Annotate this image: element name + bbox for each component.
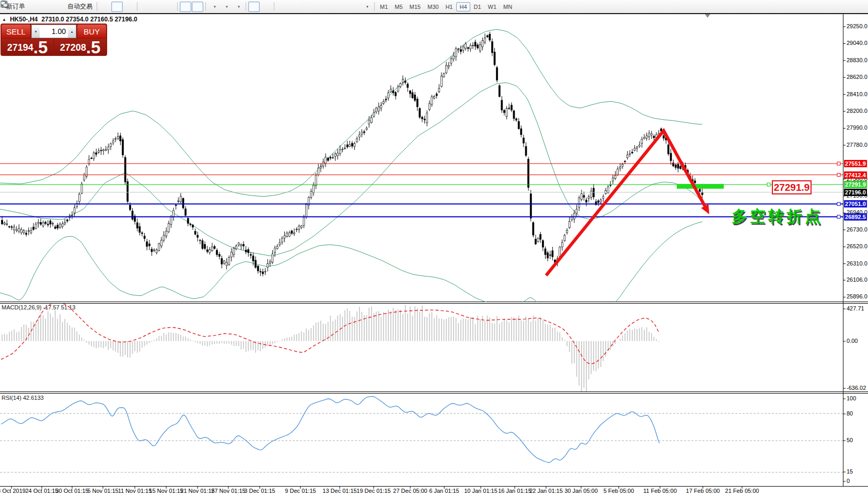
collapse-panel-icon[interactable]: ▲ xyxy=(2,17,6,22)
signal-icon[interactable] xyxy=(52,2,63,12)
price-axis-label: 26730.0 xyxy=(847,226,867,233)
candlestick-mode-icon[interactable] xyxy=(111,2,123,12)
timeframe-h4[interactable]: H4 xyxy=(456,2,470,11)
price-axis-label: 26106.0 xyxy=(847,276,867,283)
arrows-icon[interactable]: ▼ xyxy=(361,2,372,12)
equidistant-channel-icon[interactable]: E xyxy=(313,2,324,12)
auto-scroll-icon[interactable] xyxy=(180,2,191,12)
trendline-icon[interactable] xyxy=(300,2,312,12)
macd-indicator-label: MACD(12,26,9) -17.57 51.13 xyxy=(2,304,75,310)
chat-icon[interactable] xyxy=(854,2,865,12)
time-axis-label: 11 Nov 01:15 xyxy=(118,488,152,494)
timeframe-m30[interactable]: M30 xyxy=(424,2,442,11)
volume-increase-button[interactable]: ▲ xyxy=(68,25,76,38)
price-axis-label: 26520.0 xyxy=(847,243,867,249)
time-axis-label: 5 Feb 05:00 xyxy=(604,488,634,494)
mql-community-icon[interactable] xyxy=(40,2,51,12)
price-level-tag: 27051.0 xyxy=(844,200,867,207)
indicators-icon[interactable]: ▼ xyxy=(232,2,244,12)
rsi-axis-label: 0 xyxy=(847,478,850,484)
price-axis-label: 27990.0 xyxy=(847,124,867,131)
time-axis-label: 17 Feb 05:00 xyxy=(686,488,720,494)
time-axis-label: 19 Dec 01:15 xyxy=(356,488,390,494)
rsi-axis-label: 15 xyxy=(847,468,853,475)
price-axis-label: 25896.0 xyxy=(847,293,867,299)
price-level-tag: 27196.0 xyxy=(844,189,867,196)
horizontal-line-icon[interactable] xyxy=(288,2,300,12)
toolbar-separator xyxy=(177,2,178,11)
price-axis-label: 28620.0 xyxy=(847,74,867,80)
price-axis-label: 28410.0 xyxy=(847,91,867,97)
time-axis-label: 21 Nov 01:15 xyxy=(180,488,214,494)
time-axis-label: 30 Jan 05:00 xyxy=(564,488,598,494)
buy-price[interactable]: 27208.5 xyxy=(54,39,106,55)
timeframe-h1[interactable]: H1 xyxy=(442,2,456,11)
dropdown-arrow-icon[interactable]: ▼ xyxy=(225,5,228,8)
toolbar-separator xyxy=(137,2,137,11)
price-axis-label: 28200.0 xyxy=(847,108,867,114)
time-axis-label: 21 Feb 05:00 xyxy=(725,488,759,494)
bar-chart-mode-icon[interactable] xyxy=(99,2,111,12)
toolbar-separator xyxy=(274,2,274,11)
dropdown-arrow-icon[interactable]: ▼ xyxy=(213,5,216,8)
one-click-trading-panel: SELL ▼ 1.00 ▲ BUY 27194.5 27208.5 xyxy=(1,24,107,56)
text-label-icon[interactable]: T xyxy=(349,2,360,12)
timeframe-m15[interactable]: M15 xyxy=(407,2,424,11)
buy-button[interactable]: BUY xyxy=(77,25,106,38)
price-axis-label: 28830.0 xyxy=(847,57,867,63)
auto-trading-button[interactable]: 自动交易 xyxy=(64,2,95,12)
chart-title-symbol: HK50-,H4 xyxy=(10,16,38,23)
rsi-indicator-label: RSI(14) 42.6133 xyxy=(2,395,44,401)
macd-axis-label: 0.00 xyxy=(847,338,858,344)
price-axis-label: 27780.0 xyxy=(847,142,867,148)
crosshair-icon[interactable] xyxy=(260,2,272,12)
timeframe-m1[interactable]: M1 xyxy=(377,2,391,11)
sell-button[interactable]: SELL xyxy=(2,25,30,38)
zoom-in-icon[interactable] xyxy=(140,2,151,12)
time-axis-label: 6 Jan 01:15 xyxy=(429,488,459,494)
time-axis-label: 9 Dec 01:15 xyxy=(285,488,316,494)
price-axis-label: 29040.0 xyxy=(847,40,867,46)
rsi-axis-label: 50 xyxy=(847,437,853,443)
tile-windows-icon[interactable] xyxy=(164,2,175,12)
timeframe-w1[interactable]: W1 xyxy=(485,2,500,11)
line-chart-mode-icon[interactable] xyxy=(123,2,135,12)
price-axis-label: 26310.0 xyxy=(847,260,867,267)
cursor-icon[interactable] xyxy=(248,2,260,12)
timeframe-mn[interactable]: MN xyxy=(500,2,515,11)
templates-icon[interactable]: ▼ xyxy=(208,2,219,12)
time-axis-label: 16 Jan 01:15 xyxy=(498,488,531,494)
toolbar-separator xyxy=(97,2,97,11)
price-level-tag: 27412.4 xyxy=(844,171,867,179)
chart-shift-icon[interactable] xyxy=(192,2,203,12)
sell-price[interactable]: 27194.5 xyxy=(2,39,53,55)
price-level-tag: 27291.9 xyxy=(844,181,867,188)
price-level-tag: 27551.9 xyxy=(844,160,867,167)
macd-axis-label: -636.02 xyxy=(847,385,866,391)
price-callout-box: 27291.9 xyxy=(772,180,812,194)
timeframe-d1[interactable]: D1 xyxy=(471,2,484,11)
zoom-out-icon[interactable] xyxy=(152,2,163,12)
volume-stepper: ▼ 1.00 ▲ xyxy=(31,25,76,38)
volume-decrease-button[interactable]: ▼ xyxy=(32,25,40,38)
gold-icon[interactable] xyxy=(28,2,39,12)
period-icon[interactable]: ▼ xyxy=(220,2,232,12)
toolbar-item-label: 新订单 xyxy=(6,2,25,11)
mt4-terminal-window: 新订单自动交易▼▼▼EFAT▼M1M5M15M30H1H4D1W1MN ▲ HK… xyxy=(0,0,868,496)
dropdown-arrow-icon[interactable]: ▼ xyxy=(237,5,240,8)
time-axis-label: 8 Oct 2019 xyxy=(0,488,26,494)
vertical-line-icon[interactable] xyxy=(276,2,288,12)
toolbar-separator xyxy=(374,2,375,11)
search-icon[interactable] xyxy=(842,2,853,12)
time-axis-label: 24 Oct 01:15 xyxy=(26,488,59,494)
volume-value[interactable]: 1.00 xyxy=(40,25,68,38)
main-toolbar: 新订单自动交易▼▼▼EFAT▼M1M5M15M30H1H4D1W1MN xyxy=(0,0,868,13)
dropdown-arrow-icon[interactable]: ▼ xyxy=(366,5,369,8)
toolbar-separator xyxy=(205,2,206,11)
text-icon[interactable]: A xyxy=(337,2,348,12)
timeframe-m5[interactable]: M5 xyxy=(391,2,406,11)
macd-axis-label: 427.71 xyxy=(847,305,864,312)
fibonacci-icon[interactable]: F xyxy=(325,2,336,12)
chart-title-ohlc: 27310.0 27354.0 27160.5 27196.0 xyxy=(41,16,137,23)
time-axis-label: 27 Nov 01:15 xyxy=(211,488,245,494)
